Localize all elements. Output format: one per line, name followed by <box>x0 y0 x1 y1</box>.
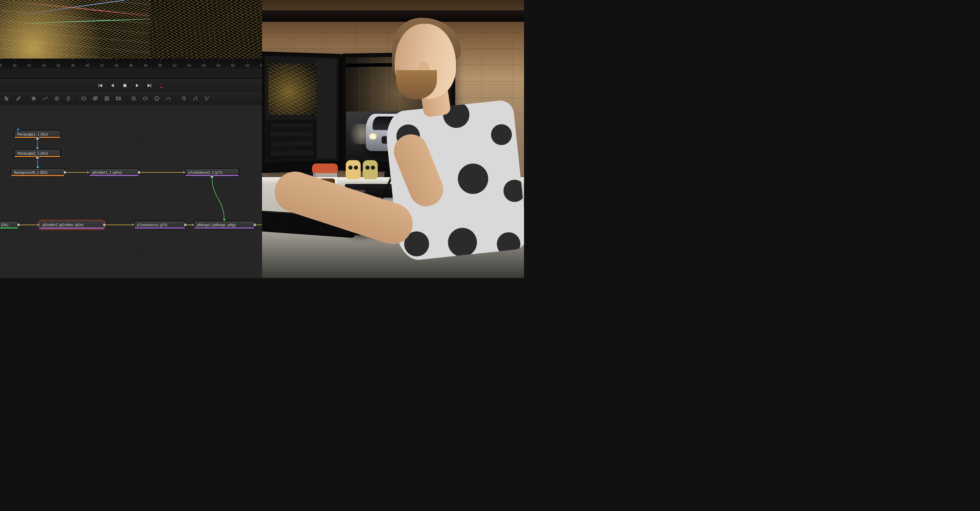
svg-point-16 <box>195 98 195 99</box>
port-icon[interactable] <box>36 147 39 150</box>
ruler-tick: 62 <box>243 59 251 68</box>
wireframe-icon <box>150 0 262 68</box>
port-icon[interactable] <box>38 224 40 226</box>
node-graph[interactable]: Rectangle1_1 (Rct) Rectangle2_1 (Rct) Ba… <box>0 105 262 278</box>
node-color-band <box>11 175 64 176</box>
tool-cards-icon[interactable] <box>90 94 101 103</box>
svg-rect-2 <box>82 97 86 100</box>
ruler-tick: 40 <box>84 59 91 68</box>
tool-hex-icon[interactable] <box>151 94 162 103</box>
node-pemitter1[interactable]: pEmitter1 (pEmitter, pEm) <box>40 221 104 229</box>
ruler-tick: 54 <box>185 59 193 68</box>
port-icon[interactable] <box>88 171 89 174</box>
node-dk[interactable]: (DK) <box>0 221 18 229</box>
node-label: Rectangle1_1 (Rct) <box>18 132 48 136</box>
svg-point-11 <box>184 96 185 97</box>
port-icon[interactable] <box>36 156 39 159</box>
tool-crop-icon[interactable] <box>128 94 139 103</box>
side-panel <box>317 59 336 159</box>
ruler-tick: 46 <box>127 59 135 68</box>
port-icon[interactable] <box>184 224 187 227</box>
port-icon[interactable] <box>192 224 194 226</box>
stop-button[interactable] <box>122 83 128 89</box>
ruler-tick: 34 <box>40 59 47 68</box>
tri-view-icon <box>17 128 19 130</box>
port-icon[interactable] <box>223 219 226 221</box>
svg-point-18 <box>197 99 197 100</box>
port-icon[interactable] <box>63 171 66 174</box>
wireframe-icon <box>0 0 150 68</box>
node-pturbulence1-1[interactable]: pTurbulence1_1 (pTr) <box>185 168 239 176</box>
node-color-band <box>89 175 138 176</box>
tool-drop-icon[interactable] <box>63 94 74 103</box>
node-pemitter1-1[interactable]: pEmitter1_1 (pEm) <box>89 168 139 176</box>
ruler-tick: 30 <box>11 59 18 68</box>
person <box>344 0 524 278</box>
svg-rect-0 <box>124 84 127 87</box>
fusion-ui: 28303234363840424446485052545658606264 R… <box>0 0 262 278</box>
svg-point-10 <box>182 97 183 98</box>
svg-point-13 <box>183 99 183 99</box>
tool-arc-icon[interactable] <box>163 94 174 103</box>
port-icon[interactable] <box>137 171 140 174</box>
svg-point-20 <box>207 99 207 99</box>
port-icon[interactable] <box>36 137 39 140</box>
node-label: Rectangle2_1 (Rct) <box>18 151 48 155</box>
port-icon[interactable] <box>253 224 256 227</box>
node-color-band <box>0 228 18 228</box>
ruler-tick: 42 <box>98 59 105 68</box>
tool-sparkle-icon[interactable] <box>28 94 39 103</box>
node-label: pTurbulence1 (pTr) <box>137 223 167 227</box>
tool-dust-icon[interactable] <box>202 94 212 103</box>
node-label: pTurbulence1_1 (pTr) <box>188 170 223 174</box>
port-icon[interactable] <box>37 166 39 169</box>
svg-rect-8 <box>132 97 135 100</box>
timeline-ruler[interactable]: 28303234363840424446485052545658606264 <box>0 59 262 68</box>
node-pturbulence1[interactable]: pTurbulence1 (pTr) <box>134 221 185 229</box>
port-icon[interactable] <box>183 171 185 174</box>
port-icon[interactable] <box>103 224 106 227</box>
viewer-b[interactable] <box>150 0 262 68</box>
svg-point-15 <box>193 99 194 100</box>
ruler-tick: 52 <box>171 59 178 68</box>
tool-scatter-icon[interactable] <box>190 94 201 103</box>
last-frame-button[interactable] <box>146 83 153 89</box>
node-label: pEmitter1 (pEmitter, pEm) <box>43 223 84 227</box>
port-icon[interactable] <box>211 175 214 178</box>
play-button[interactable] <box>134 83 140 89</box>
tool-spray-icon[interactable] <box>178 94 189 103</box>
port-icon[interactable] <box>17 224 20 227</box>
svg-rect-7 <box>116 97 121 100</box>
tool-frame2-icon[interactable] <box>113 94 124 103</box>
tool-curve-icon[interactable] <box>40 94 51 103</box>
toolbar-separator <box>176 94 176 102</box>
svg-point-22 <box>206 100 207 101</box>
tool-card-icon[interactable] <box>78 94 89 103</box>
node-label: pEmitter1_1 (pEm) <box>92 170 122 174</box>
svg-rect-5 <box>105 97 108 100</box>
node-label: (DK) <box>1 223 8 227</box>
tool-pointer-icon[interactable] <box>2 94 12 103</box>
node-pmerge1[interactable]: pMerge1 (pMerge, pMg) <box>194 221 255 229</box>
first-frame-button[interactable] <box>97 83 103 89</box>
svg-point-12 <box>185 98 185 99</box>
ruler-tick: 44 <box>113 59 120 68</box>
ruler-tick: 64 <box>258 59 262 68</box>
monitor-left-screen <box>265 56 338 163</box>
ruler-tick: 32 <box>25 59 33 68</box>
viewer-a[interactable] <box>0 0 150 68</box>
tool-sun-icon[interactable] <box>51 94 62 103</box>
port-icon[interactable] <box>132 224 134 226</box>
node-rectangle2[interactable]: Rectangle2_1 (Rct) <box>14 149 60 157</box>
loop-button[interactable] <box>159 83 165 89</box>
tool-frame-icon[interactable] <box>102 94 112 103</box>
ruler-tick: 38 <box>69 59 76 68</box>
node-rectangle1[interactable]: Rectangle1_1 (Rct) <box>14 130 60 138</box>
svg-point-14 <box>185 99 185 100</box>
node-background4[interactable]: Background4_1 (BG) <box>11 168 65 176</box>
tool-oval-icon[interactable] <box>140 94 151 103</box>
tool-brush-icon[interactable] <box>13 94 24 103</box>
toolbar-separator <box>126 94 126 102</box>
svg-point-17 <box>196 97 197 97</box>
play-reverse-button[interactable] <box>110 83 116 89</box>
